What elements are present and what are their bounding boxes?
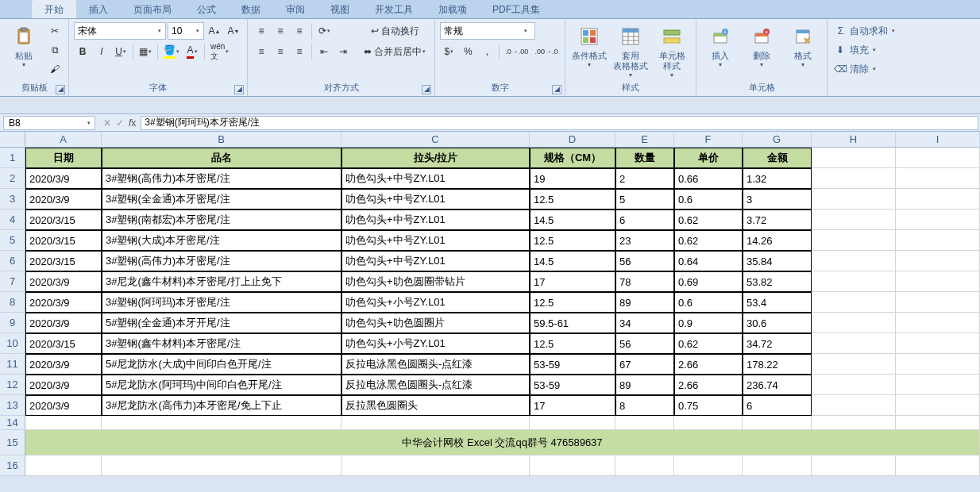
cell-4-D[interactable]: 14.5 xyxy=(530,209,615,230)
row-header-15[interactable]: 15 xyxy=(0,430,25,455)
cell-13-A[interactable]: 2020/3/9 xyxy=(25,395,102,416)
cell-13-C[interactable]: 反拉黑色圆圈头 xyxy=(341,395,530,416)
wrap-text-button[interactable]: ↩ 自动换行 xyxy=(360,22,430,40)
cell-13-G[interactable]: 6 xyxy=(743,395,812,416)
enter-formula-button[interactable]: ✓ xyxy=(116,117,124,129)
cell-2-H[interactable] xyxy=(812,168,896,189)
comma-button[interactable]: , xyxy=(478,43,496,60)
cell-5-A[interactable]: 2020/3/15 xyxy=(25,230,102,251)
cell-12-A[interactable]: 2020/3/9 xyxy=(25,375,102,395)
cell-3-D[interactable]: 12.5 xyxy=(530,189,615,209)
cell-8-G[interactable]: 53.4 xyxy=(743,292,812,313)
cell-3-C[interactable]: 叻色勾头+中号ZY.L01 xyxy=(341,189,530,209)
cell-12-C[interactable]: 反拉电泳黑色圆圈头-点红漆 xyxy=(341,375,530,395)
bold-button[interactable]: B xyxy=(74,43,91,60)
cell-5-F[interactable]: 0.62 xyxy=(674,230,743,251)
cell-3-F[interactable]: 0.6 xyxy=(674,189,743,209)
cell-2-F[interactable]: 0.66 xyxy=(674,168,743,189)
font-size-combo[interactable]: ▾ xyxy=(168,22,204,40)
cell-13-B[interactable]: 3#尼龙防水(高伟力)本牙密尾/免上下止 xyxy=(102,395,341,416)
cell-2-A[interactable]: 2020/3/9 xyxy=(25,168,102,189)
cell-4-H[interactable] xyxy=(812,209,896,230)
cell-6-A[interactable]: 2020/3/15 xyxy=(25,251,102,271)
cell-11-C[interactable]: 反拉电泳黑色圆圈头-点红漆 xyxy=(341,354,530,375)
name-box-dropdown[interactable]: ▾ xyxy=(83,120,95,126)
row-header-8[interactable]: 8 xyxy=(0,292,25,313)
col-header-E[interactable]: E xyxy=(615,132,674,148)
cell-12-H[interactable] xyxy=(812,375,896,395)
cell-12-B[interactable]: 5#尼龙防水(阿珂玛)中间印白色开尾/注 xyxy=(102,375,341,395)
row-header-7[interactable]: 7 xyxy=(0,271,25,292)
col-header-C[interactable]: C xyxy=(341,132,530,148)
cell-9-F[interactable]: 0.9 xyxy=(674,313,743,333)
fill-color-button[interactable]: 🪣▾ xyxy=(161,43,182,60)
cell-6-E[interactable]: 56 xyxy=(615,251,674,271)
accounting-format-button[interactable]: $▾ xyxy=(440,43,457,60)
cell-10-B[interactable]: 3#塑钢(鑫牛材料)本牙密尾/注 xyxy=(102,333,341,354)
paste-button[interactable]: 粘贴 ▾ xyxy=(5,22,43,79)
tab-页面布局[interactable]: 页面布局 xyxy=(121,0,184,18)
cell-4-I[interactable] xyxy=(896,209,980,230)
tab-加载项[interactable]: 加载项 xyxy=(426,0,480,18)
row-header-16[interactable]: 16 xyxy=(0,455,25,476)
cell-8-C[interactable]: 叻色勾头+小号ZY.L01 xyxy=(341,292,530,313)
italic-button[interactable]: I xyxy=(93,43,110,60)
tab-开始[interactable]: 开始 xyxy=(32,0,76,18)
formula-input[interactable] xyxy=(141,116,978,130)
row-header-2[interactable]: 2 xyxy=(0,168,25,189)
col-header-F[interactable]: F xyxy=(674,132,743,148)
number-dialog-launcher[interactable]: ◢ xyxy=(552,85,561,94)
number-format-input[interactable] xyxy=(441,25,520,37)
cell-12-I[interactable] xyxy=(896,375,980,395)
cell-7-B[interactable]: 3#尼龙(鑫牛材料)本牙密尾/打上止免下 xyxy=(102,271,341,292)
cell-1-C[interactable]: 拉头/拉片 xyxy=(341,148,530,168)
tab-数据[interactable]: 数据 xyxy=(229,0,273,18)
cell-8-H[interactable] xyxy=(812,292,896,313)
cell-2-B[interactable]: 3#塑钢(高伟力)本牙密尾/注 xyxy=(102,168,341,189)
cell-16-G[interactable] xyxy=(743,455,812,476)
cell-5-I[interactable] xyxy=(896,230,980,251)
cell-4-A[interactable]: 2020/3/15 xyxy=(25,209,102,230)
align-left-button[interactable]: ≡ xyxy=(253,43,270,60)
cell-8-D[interactable]: 12.5 xyxy=(530,292,615,313)
cell-7-D[interactable]: 17 xyxy=(530,271,615,292)
autosum-button[interactable]: Σ 自动求和▾ xyxy=(832,22,897,40)
clipboard-dialog-launcher[interactable]: ◢ xyxy=(56,85,65,94)
row-header-6[interactable]: 6 xyxy=(0,251,25,271)
clear-button[interactable]: ⌫ 清除▾ xyxy=(832,60,878,78)
cell-10-G[interactable]: 34.72 xyxy=(743,333,812,354)
cell-3-G[interactable]: 3 xyxy=(743,189,812,209)
row-header-10[interactable]: 10 xyxy=(0,333,25,354)
align-right-button[interactable]: ≡ xyxy=(291,43,308,60)
cell-13-F[interactable]: 0.75 xyxy=(674,395,743,416)
cell-14-F[interactable] xyxy=(674,416,743,430)
cell-4-B[interactable]: 3#塑钢(南都宏)本牙密尾/注 xyxy=(102,209,341,230)
cell-11-D[interactable]: 53-59 xyxy=(530,354,615,375)
phonetic-button[interactable]: wén文▾ xyxy=(208,43,231,60)
underline-button[interactable]: U▾ xyxy=(112,43,129,60)
cell-8-I[interactable] xyxy=(896,292,980,313)
row-header-4[interactable]: 4 xyxy=(0,209,25,230)
cell-11-E[interactable]: 67 xyxy=(615,354,674,375)
cell-9-I[interactable] xyxy=(896,313,980,333)
cell-10-A[interactable]: 2020/3/15 xyxy=(25,333,102,354)
row-header-5[interactable]: 5 xyxy=(0,230,25,251)
align-center-button[interactable]: ≡ xyxy=(272,43,289,60)
cell-9-D[interactable]: 59.5-61 xyxy=(530,313,615,333)
cell-16-D[interactable] xyxy=(530,455,615,476)
tab-审阅[interactable]: 审阅 xyxy=(273,0,318,18)
cell-12-E[interactable]: 89 xyxy=(615,375,674,395)
border-button[interactable]: ▦▾ xyxy=(137,43,154,60)
cell-1-H[interactable] xyxy=(812,148,896,168)
cell-1-G[interactable]: 金额 xyxy=(743,148,812,168)
cell-1-E[interactable]: 数量 xyxy=(615,148,674,168)
cell-3-E[interactable]: 5 xyxy=(615,189,674,209)
col-header-D[interactable]: D xyxy=(530,132,615,148)
cell-14-D[interactable] xyxy=(530,416,615,430)
insert-cells-button[interactable]: + 插入▾ xyxy=(701,22,739,79)
cell-16-H[interactable] xyxy=(812,455,896,476)
cell-7-C[interactable]: 叻色勾头+叻色圆圈带钻片 xyxy=(341,271,530,292)
cell-16-C[interactable] xyxy=(341,455,530,476)
cell-3-B[interactable]: 3#塑钢(全金通)本牙密尾/注 xyxy=(102,189,341,209)
row-header-9[interactable]: 9 xyxy=(0,313,25,333)
